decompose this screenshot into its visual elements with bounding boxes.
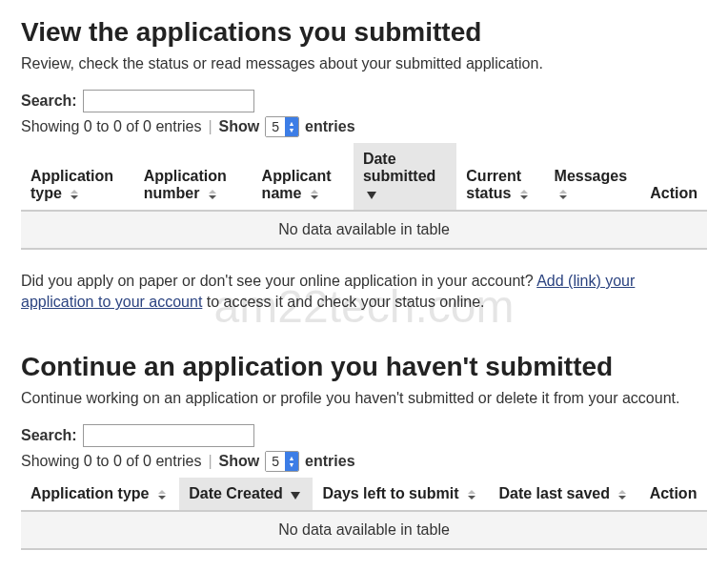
col-application-type[interactable]: Application type <box>21 478 179 511</box>
col-date-submitted[interactable]: Date submitted <box>354 143 456 211</box>
entries-select[interactable]: 5 ▲▼ <box>265 451 299 472</box>
section1-subtitle: Review, check the status or read message… <box>21 55 707 72</box>
stepper-icon: ▲▼ <box>285 452 298 471</box>
section1-title: View the applications you submitted <box>21 17 707 48</box>
col-messages[interactable]: Messages <box>545 143 641 211</box>
entries-label: entries <box>305 118 354 135</box>
showing-text: Showing 0 to 0 of 0 entries <box>21 118 201 135</box>
showing-text: Showing 0 to 0 of 0 entries <box>21 453 201 470</box>
col-days-left[interactable]: Days left to submit <box>313 478 489 511</box>
sort-both-icon <box>616 488 629 501</box>
col-date-created[interactable]: Date Created <box>179 478 313 511</box>
stepper-icon: ▲▼ <box>285 117 298 136</box>
no-data-cell: No data available in table <box>21 211 707 248</box>
section2-title: Continue an application you haven't subm… <box>21 352 707 382</box>
sort-both-icon <box>68 188 81 201</box>
search-label: Search: <box>21 427 77 444</box>
col-action: Action <box>640 143 707 211</box>
table-row: No data available in table <box>21 511 707 548</box>
col-application-number[interactable]: Application number <box>134 143 253 211</box>
sort-desc-icon <box>289 488 302 501</box>
paper-prefix: Did you apply on paper or don't see your… <box>21 273 536 289</box>
submitted-applications-table: Application type Application number Appl… <box>21 143 707 248</box>
col-label: Current status <box>466 168 521 201</box>
sort-both-icon <box>465 488 478 501</box>
search-input[interactable] <box>83 90 254 112</box>
divider: | <box>207 118 212 135</box>
no-data-cell: No data available in table <box>21 511 707 548</box>
sort-desc-icon <box>365 188 378 201</box>
sort-both-icon <box>556 188 570 201</box>
sort-both-icon <box>155 488 169 501</box>
show-label: Show <box>219 118 260 135</box>
draft-applications-table: Application type Date Created Days left … <box>21 478 707 548</box>
col-label: Date last saved <box>498 485 610 501</box>
paper-application-text: Did you apply on paper or don't see your… <box>21 271 707 314</box>
col-label: Days left to submit <box>322 485 458 501</box>
entries-label: entries <box>305 453 354 470</box>
entries-select-value: 5 <box>266 452 285 471</box>
col-date-saved[interactable]: Date last saved <box>489 478 639 511</box>
sort-both-icon <box>517 188 531 201</box>
table-row: No data available in table <box>21 211 707 248</box>
paper-suffix: to access it and check your status onlin… <box>202 294 484 310</box>
divider: | <box>207 453 212 470</box>
entries-select-value: 5 <box>266 117 285 136</box>
col-label: Application type <box>30 485 149 501</box>
search-label: Search: <box>21 92 77 110</box>
col-label: Date submitted <box>363 151 435 184</box>
col-application-type[interactable]: Application type <box>21 143 134 211</box>
col-label: Messages <box>555 168 628 184</box>
col-current-status[interactable]: Current status <box>456 143 544 211</box>
col-action: Action <box>640 478 707 511</box>
col-label: Date Created <box>189 485 283 501</box>
col-applicant-name[interactable]: Applicant name <box>253 143 354 211</box>
col-label: Action <box>650 485 698 501</box>
col-label: Action <box>650 185 698 201</box>
search-input[interactable] <box>83 424 254 447</box>
section2-subtitle: Continue working on an application or pr… <box>21 390 707 407</box>
show-label: Show <box>219 453 260 470</box>
sort-both-icon <box>308 188 321 201</box>
entries-select[interactable]: 5 ▲▼ <box>265 116 299 137</box>
sort-both-icon <box>206 188 219 201</box>
